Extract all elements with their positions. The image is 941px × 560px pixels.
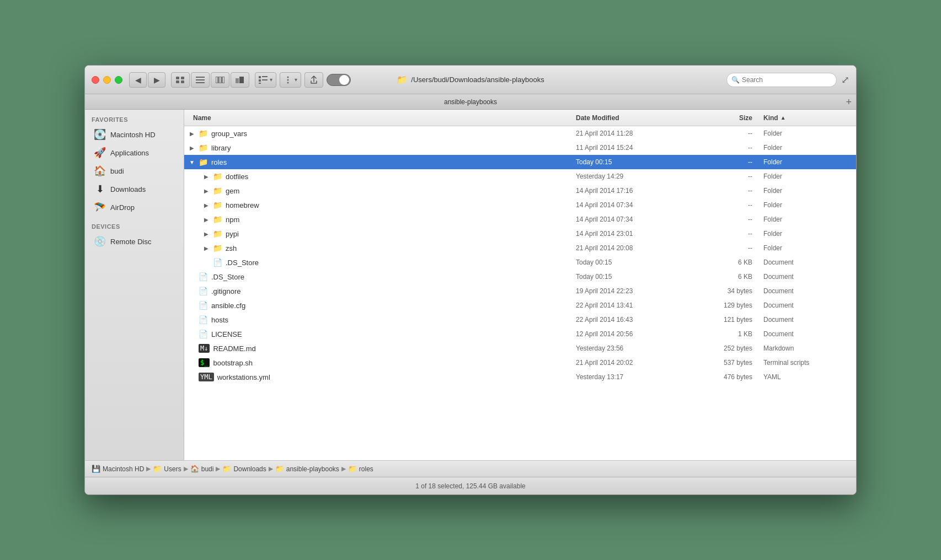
expand-arrow-icon[interactable]: ▶ [203, 231, 210, 237]
column-size-header[interactable]: Size [697, 114, 763, 122]
column-kind-header[interactable]: Kind ▲ [763, 114, 852, 122]
breadcrumb-item-downloads[interactable]: 📁 Downloads [222, 465, 266, 473]
svg-rect-4 [196, 77, 205, 78]
file-name-cell: ▶ 📁 dotfiles [189, 172, 576, 181]
breadcrumb-item-ansible-playbooks[interactable]: 📁 ansible-playbooks [275, 465, 339, 473]
file-date: 21 April 2014 20:02 [576, 359, 697, 367]
folder-icon: 📁 [199, 143, 208, 152]
file-date: 14 April 2014 07:34 [576, 201, 697, 209]
table-row[interactable]: ▶ 📁 zsh 21 April 2014 20:08 -- Folder [184, 241, 856, 255]
expand-arrow-icon[interactable]: ▶ [189, 131, 195, 137]
breadcrumb-bar: 💾 Macintosh HD ▶ 📁 Users ▶ 🏠 budi ▶ 📁 Do… [85, 460, 856, 477]
table-row[interactable]: ▶ M↓ README.md Yesterday 23:56 252 bytes… [184, 341, 856, 356]
list-view-button[interactable] [191, 72, 210, 88]
breadcrumb-item-macintosh-hd[interactable]: 💾 Macintosh HD [92, 465, 144, 473]
icon-view-button[interactable] [171, 72, 190, 88]
coverflow-view-button[interactable] [231, 72, 249, 88]
table-row[interactable]: ▶ YML workstations.yml Yesterday 13:17 4… [184, 370, 856, 384]
sidebar-item-remote-disc[interactable]: 💿 Remote Disc [87, 233, 181, 250]
file-name-cell: ▶ YML workstations.yml [189, 373, 576, 381]
breadcrumb-separator: ▶ [184, 465, 188, 472]
sidebar-item-downloads[interactable]: ⬇ Downloads [87, 180, 181, 198]
sidebar-item-budi[interactable]: 🏠 budi [87, 162, 181, 180]
file-date: 14 April 2014 07:34 [576, 216, 697, 223]
file-name-cell: ▶ 📄 ansible.cfg [189, 301, 576, 310]
file-name-text: group_vars [211, 130, 247, 138]
breadcrumb-item-users[interactable]: 📁 Users [153, 465, 181, 473]
file-kind: Folder [763, 244, 852, 252]
sidebar: FAVORITES 💽 Macintosh HD 🚀 Applications … [85, 110, 184, 460]
favorites-header: FAVORITES [85, 110, 184, 125]
table-row[interactable]: ▶ 📁 gem 14 April 2014 17:16 -- Folder [184, 184, 856, 198]
table-row[interactable]: ▼ 📁 roles Today 00:15 -- Folder [184, 155, 856, 169]
file-kind: Document [763, 330, 852, 338]
search-box[interactable]: 🔍 [726, 73, 837, 87]
title-bar: ◀ ▶ ▾ ▾ [85, 66, 856, 94]
table-row[interactable]: ▶ $_ bootstrap.sh 21 April 2014 20:02 53… [184, 356, 856, 370]
file-date: Yesterday 13:17 [576, 373, 697, 381]
minimize-button[interactable] [103, 76, 111, 84]
expand-arrow-icon[interactable]: ▶ [203, 174, 210, 180]
sidebar-item-macintosh-hd[interactable]: 💽 Macintosh HD [87, 126, 181, 143]
table-row[interactable]: ▶ 📄 .DS_Store Today 00:15 6 KB Document [184, 270, 856, 284]
column-date-header[interactable]: Date Modified [576, 114, 697, 122]
window-title: /Users/budi/Downloads/ansible-playbooks [411, 76, 544, 84]
expand-arrow-icon[interactable]: ▶ [203, 202, 210, 208]
expand-arrow-icon: ▶ [189, 360, 195, 366]
expand-button[interactable]: ⤢ [841, 74, 849, 86]
file-size: 1 KB [697, 330, 763, 338]
sidebar-toggle-button[interactable] [327, 74, 351, 86]
file-name-cell: ▶ 📄 hosts [189, 315, 576, 324]
table-row[interactable]: ▶ 📄 ansible.cfg 22 April 2014 13:41 129 … [184, 298, 856, 313]
file-name-text: roles [211, 158, 227, 166]
file-kind: Folder [763, 201, 852, 209]
table-row[interactable]: ▶ 📁 dotfiles Yesterday 14:29 -- Folder [184, 169, 856, 184]
table-row[interactable]: ▶ 📁 pypi 14 April 2014 23:01 -- Folder [184, 227, 856, 241]
table-row[interactable]: ▶ 📁 library 11 April 2014 15:24 -- Folde… [184, 141, 856, 155]
table-row[interactable]: ▶ 📄 .DS_Store Today 00:15 6 KB Document [184, 255, 856, 270]
devices-header: DEVICES [85, 217, 184, 232]
svg-rect-2 [176, 80, 179, 83]
table-row[interactable]: ▶ 📄 .gitignore 19 April 2014 22:23 34 by… [184, 284, 856, 298]
maximize-button[interactable] [115, 76, 122, 84]
traffic-lights [92, 76, 122, 84]
svg-rect-10 [236, 78, 239, 83]
action-button[interactable]: ▾ [280, 72, 301, 88]
column-view-button[interactable] [211, 72, 229, 88]
table-row[interactable]: ▶ 📄 LICENSE 12 April 2014 20:56 1 KB Doc… [184, 327, 856, 341]
expand-arrow-icon[interactable]: ▼ [189, 159, 195, 165]
expand-arrow-icon: ▶ [189, 374, 195, 380]
expand-arrow-icon[interactable]: ▶ [203, 217, 210, 223]
table-row[interactable]: ▶ 📁 npm 14 April 2014 07:34 -- Folder [184, 212, 856, 227]
folder-icon: 📁 [213, 215, 222, 224]
breadcrumb-item-budi[interactable]: 🏠 budi [190, 465, 214, 473]
sort-arrow-icon: ▲ [780, 115, 786, 121]
folder-icon: 📁 [275, 465, 284, 473]
downloads-icon: ⬇ [94, 183, 106, 195]
file-name-text: ansible.cfg [211, 301, 245, 310]
search-input[interactable] [742, 76, 832, 84]
table-row[interactable]: ▶ 📄 hosts 22 April 2014 16:43 121 bytes … [184, 313, 856, 327]
sidebar-item-applications[interactable]: 🚀 Applications [87, 144, 181, 161]
svg-point-17 [287, 76, 289, 78]
add-tab-button[interactable]: + [846, 97, 852, 107]
expand-arrow-icon[interactable]: ▶ [189, 145, 195, 151]
breadcrumb-label: budi [201, 465, 214, 473]
sidebar-item-airdrop[interactable]: 🪂 AirDrop [87, 198, 181, 216]
share-button[interactable] [304, 72, 323, 88]
folder-icon: 📁 [348, 465, 357, 473]
expand-arrow-icon[interactable]: ▶ [203, 245, 210, 251]
forward-button[interactable]: ▶ [148, 72, 165, 88]
close-button[interactable] [92, 76, 99, 84]
table-row[interactable]: ▶ 📁 homebrew 14 April 2014 07:34 -- Fold… [184, 198, 856, 212]
back-button[interactable]: ◀ [129, 72, 147, 88]
arrange-button[interactable]: ▾ [255, 72, 276, 88]
file-name-cell: ▶ 📁 zsh [189, 244, 576, 252]
table-row[interactable]: ▶ 📁 group_vars 21 April 2014 11:28 -- Fo… [184, 126, 856, 141]
expand-arrow-icon[interactable]: ▶ [203, 188, 210, 194]
file-date: 12 April 2014 20:56 [576, 330, 697, 338]
breadcrumb-item-roles[interactable]: 📁 roles [348, 465, 373, 473]
column-name-header[interactable]: Name [189, 114, 576, 122]
file-date: Yesterday 14:29 [576, 173, 697, 180]
file-date: 19 April 2014 22:23 [576, 287, 697, 295]
